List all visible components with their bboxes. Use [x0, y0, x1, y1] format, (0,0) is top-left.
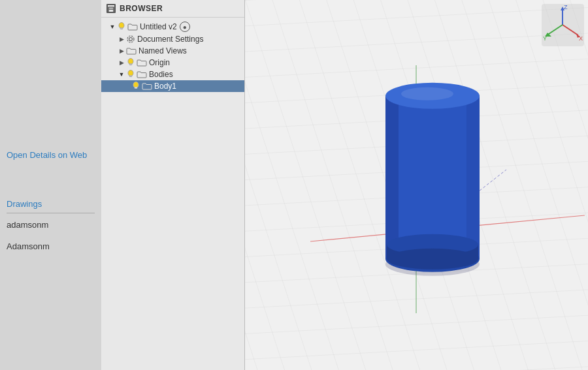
svg-point-13: [133, 82, 139, 88]
username1: adamsonm: [7, 220, 95, 230]
svg-point-10: [128, 70, 133, 76]
cylinder-3d: [367, 56, 498, 278]
root-label: Untitled v2: [140, 22, 177, 31]
tree-body1[interactable]: Body1: [101, 80, 244, 92]
axes-indicator: Z X Y: [542, 4, 584, 46]
bodies-label: Bodies: [149, 70, 173, 79]
svg-text:X: X: [579, 35, 583, 42]
svg-point-5: [129, 38, 133, 41]
root-folder-icon: [127, 23, 138, 31]
named-views-label: Named Views: [139, 46, 187, 55]
svg-rect-25: [385, 95, 399, 258]
open-details-link[interactable]: Open Details on Web: [7, 150, 95, 160]
svg-point-6: [127, 36, 134, 42]
svg-text:Y: Y: [543, 35, 547, 42]
gear-icon: [126, 35, 135, 44]
browser-title: BROWSER: [120, 4, 163, 13]
svg-text:Z: Z: [564, 4, 568, 10]
browser-collapse-icon[interactable]: [106, 4, 116, 13]
bodies-bulb-icon: [126, 70, 135, 79]
svg-rect-26: [466, 95, 480, 258]
tree-container: ▼ Untitled v2 ● ▶: [101, 18, 244, 370]
bodies-expand: ▼: [117, 70, 126, 79]
browser-panel: BROWSER ▼ Untitled v2 ●: [101, 0, 245, 370]
divider: [7, 213, 95, 213]
doc-settings-expand: ▶: [117, 35, 126, 44]
root-bulb-icon: [117, 22, 126, 31]
origin-label: Origin: [149, 58, 170, 67]
svg-point-33: [387, 248, 478, 269]
tree-origin[interactable]: ▶ Origin: [101, 57, 244, 69]
tree-named-views[interactable]: ▶ Named Views: [101, 45, 244, 57]
svg-point-2: [119, 23, 124, 29]
named-views-folder-icon: [126, 47, 137, 55]
svg-point-29: [401, 87, 453, 100]
origin-bulb-icon: [126, 58, 135, 67]
svg-rect-0: [108, 7, 114, 12]
tree-doc-settings[interactable]: ▶ Document Settings: [101, 33, 244, 45]
root-info-icon[interactable]: ●: [180, 22, 190, 32]
browser-header: BROWSER: [101, 0, 244, 18]
viewport[interactable]: Z X Y: [245, 0, 588, 370]
body1-bulb-icon: [131, 82, 140, 91]
body1-label: Body1: [154, 82, 176, 91]
origin-expand: ▶: [117, 58, 126, 67]
bodies-folder-icon: [137, 70, 147, 78]
tree-bodies[interactable]: ▼ Bodies: [101, 69, 244, 80]
root-expand-arrow: ▼: [108, 22, 117, 31]
drawings-link[interactable]: Drawings: [7, 199, 95, 209]
body1-folder-icon: [142, 82, 152, 90]
tree-root-item[interactable]: ▼ Untitled v2 ●: [101, 20, 244, 33]
svg-point-7: [128, 59, 133, 65]
origin-folder-icon: [137, 59, 147, 67]
username2: Adamsonm: [7, 241, 95, 251]
named-views-expand: ▶: [117, 46, 126, 55]
left-panel: Open Details on Web Drawings adamsonm Ad…: [0, 0, 101, 370]
doc-settings-label: Document Settings: [137, 35, 203, 44]
